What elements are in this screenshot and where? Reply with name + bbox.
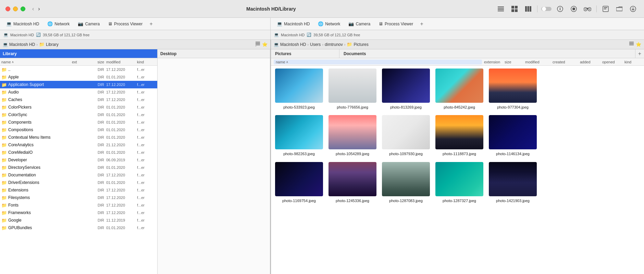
rth-extension[interactable]: extension	[482, 60, 503, 64]
file-row[interactable]: 📁 Audio DIR 17.12.2020 f...er	[0, 88, 157, 96]
list-view-button[interactable]	[495, 4, 506, 13]
toggle-button[interactable]	[541, 4, 552, 13]
grid-item[interactable]: photo-533923.jpeg	[274, 68, 324, 110]
folder-icon: 📁	[1, 150, 7, 155]
desktop-column-header[interactable]: Desktop	[158, 49, 270, 58]
file-row[interactable]: 📁 Google DIR 11.12.2019 f...er	[0, 216, 157, 224]
column-view-button[interactable]	[523, 4, 534, 13]
right-tab-camera[interactable]: 📷 Camera	[345, 20, 374, 28]
list-icon-right[interactable]	[629, 42, 634, 47]
documents-col-header[interactable]: Documents	[339, 49, 635, 58]
right-breadcrumb-hd[interactable]: Macintosh HD	[280, 42, 306, 47]
file-row[interactable]: 📁 Frameworks DIR 17.12.2020 f...er	[0, 209, 157, 216]
left-tab-process-viewer[interactable]: 🖥 Process Viewer	[104, 20, 146, 28]
left-tab-macintosh-hd[interactable]: 💻 Macintosh HD	[3, 20, 42, 28]
pictures-col-header[interactable]: Pictures	[271, 49, 339, 58]
th-ext[interactable]: ext	[72, 60, 84, 64]
download-button[interactable]	[628, 4, 639, 13]
file-row[interactable]: 📁 Fonts DIR 17.12.2020 f...er	[0, 201, 157, 209]
grid-item[interactable]: photo-977304.jpeg	[487, 68, 538, 110]
right-tab-network[interactable]: 🌐 Network	[314, 20, 344, 28]
tag-button[interactable]	[600, 4, 611, 13]
file-row[interactable]: 📁 CoreAnalytics DIR 21.12.2020 f...er	[0, 141, 157, 149]
left-tab-camera[interactable]: 📷 Camera	[74, 20, 103, 28]
breadcrumb-macintosh-label[interactable]: Macintosh HD	[9, 42, 35, 47]
rth-name[interactable]: name ∧	[274, 60, 482, 64]
file-row[interactable]: 📁 Components DIR 01.01.2020 f...er	[0, 119, 157, 126]
grid-item[interactable]: photo-982263.jpeg	[274, 115, 324, 156]
add-left-tab-button[interactable]: +	[147, 20, 155, 28]
grid-item[interactable]: photo-1146134.jpeg	[487, 115, 538, 156]
th-name[interactable]: name ∧	[1, 60, 72, 64]
grid-item[interactable]: photo-1118873.jpeg	[434, 115, 485, 156]
info-button[interactable]	[555, 4, 566, 13]
list-icon-left[interactable]	[256, 42, 260, 47]
right-breadcrumb-pictures[interactable]: Pictures	[354, 42, 368, 47]
grid-item[interactable]: photo-1421903.jpeg	[487, 162, 538, 203]
th-kind[interactable]: kind	[137, 60, 156, 64]
grid-item[interactable]: photo-1097930.jpeg	[381, 115, 431, 156]
left-sync-icon: 🔄	[36, 33, 41, 37]
star-icon-right[interactable]: ⭐	[636, 42, 641, 47]
file-row[interactable]: 📁 Extensions DIR 17.12.2020 f...er	[0, 186, 157, 194]
right-tab-process-viewer[interactable]: 🖥 Process Viewer	[375, 20, 417, 28]
rth-kind[interactable]: kind	[622, 60, 641, 64]
close-button[interactable]	[5, 7, 10, 11]
icon-view-button[interactable]	[509, 4, 520, 13]
rth-opened[interactable]: opened	[600, 60, 622, 64]
library-column-header[interactable]: Library	[0, 49, 157, 58]
pictures-col-label: Pictures	[275, 51, 291, 56]
rth-created[interactable]: created	[550, 60, 578, 64]
file-row[interactable]: 📁 Apple DIR 01.01.2020 f...er	[0, 73, 157, 81]
grid-item[interactable]: photo-1245336.jpeg	[327, 162, 378, 203]
file-size: DIR	[84, 226, 106, 230]
file-row[interactable]: 📁 Compositions DIR 01.01.2020 f...er	[0, 126, 157, 134]
file-row[interactable]: 📁 Developer DIR 06.09.2019 f...er	[0, 156, 157, 164]
left-tab-network[interactable]: 🌐 Network	[44, 20, 73, 28]
rth-modified[interactable]: modified	[523, 60, 550, 64]
th-size[interactable]: size	[84, 60, 106, 64]
forward-arrow[interactable]: ›	[37, 5, 41, 13]
photo-label: photo-1245336.jpeg	[336, 198, 369, 203]
file-row[interactable]: 📁 Contextual Menu Items DIR 01.01.2020 f…	[0, 134, 157, 141]
file-row[interactable]: 📁 DirectoryServices DIR 01.01.2020 f...e…	[0, 164, 157, 171]
minimize-button[interactable]	[13, 7, 18, 11]
file-row[interactable]: 📁 GPUBundles DIR 01.01.2020 f...er	[0, 224, 157, 232]
file-row[interactable]: 📁 .. DIR 17.12.2020 f...er	[0, 66, 157, 73]
right-tab-macintosh-hd[interactable]: 💻 Macintosh HD	[273, 20, 313, 28]
grid-item[interactable]: photo-1287327.jpeg	[434, 162, 485, 203]
maximize-button[interactable]	[21, 7, 25, 11]
file-row[interactable]: 📁 ColorSync DIR 01.01.2020 f...er	[0, 111, 157, 119]
binoculars-button[interactable]	[582, 4, 593, 13]
preview-button[interactable]	[568, 4, 579, 13]
grid-item[interactable]: photo-813269.jpeg	[381, 68, 431, 110]
star-icon-left[interactable]: ⭐	[262, 42, 268, 47]
rth-added[interactable]: added	[578, 60, 600, 64]
right-breadcrumb-users[interactable]: Users	[310, 42, 321, 47]
file-row[interactable]: 📁 Filesystems DIR 17.12.2020 f...er	[0, 194, 157, 201]
file-row[interactable]: 📁 Documentation DIR 17.12.2020 f...er	[0, 171, 157, 179]
file-row[interactable]: 📁 DriverExtensions DIR 01.01.2020 f...er	[0, 179, 157, 186]
rth-size[interactable]: size	[503, 60, 523, 64]
grid-item[interactable]: photo-1169754.jpeg	[274, 162, 324, 203]
grid-item[interactable]: photo-845242.jpeg	[434, 68, 485, 110]
file-kind: f...er	[137, 196, 156, 200]
th-modified[interactable]: modified	[106, 60, 137, 64]
add-right-col-button[interactable]: +	[638, 51, 641, 57]
file-size: DIR	[84, 196, 106, 200]
file-row[interactable]: 📁 ColorPickers DIR 01.01.2020 f...er	[0, 103, 157, 111]
grid-item[interactable]: photo-1287083.jpeg	[381, 162, 431, 203]
right-grid-container[interactable]: photo-533923.jpegphoto-776656.jpegphoto-…	[271, 66, 644, 274]
right-breadcrumb-user[interactable]: dimtrunov	[325, 42, 343, 47]
grid-item[interactable]: photo-1054289.jpeg	[327, 115, 378, 156]
file-row[interactable]: 📁 Caches DIR 17.12.2020 f...er	[0, 96, 157, 103]
svg-rect-27	[256, 42, 260, 42]
file-row[interactable]: 📁 Application Support DIR 17.12.2020 f..…	[0, 81, 157, 88]
grid-item[interactable]: photo-776656.jpeg	[327, 68, 378, 110]
folder-share-button[interactable]	[614, 4, 625, 13]
file-row[interactable]: 📁 CoreMediaIO DIR 01.01.2020 f...er	[0, 149, 157, 156]
breadcrumb-library-label[interactable]: Library	[46, 42, 59, 47]
left-file-list[interactable]: 📁 .. DIR 17.12.2020 f...er 📁 Apple DIR 0…	[0, 66, 157, 274]
add-right-tab-button[interactable]: +	[418, 20, 425, 28]
back-arrow[interactable]: ‹	[31, 5, 35, 13]
